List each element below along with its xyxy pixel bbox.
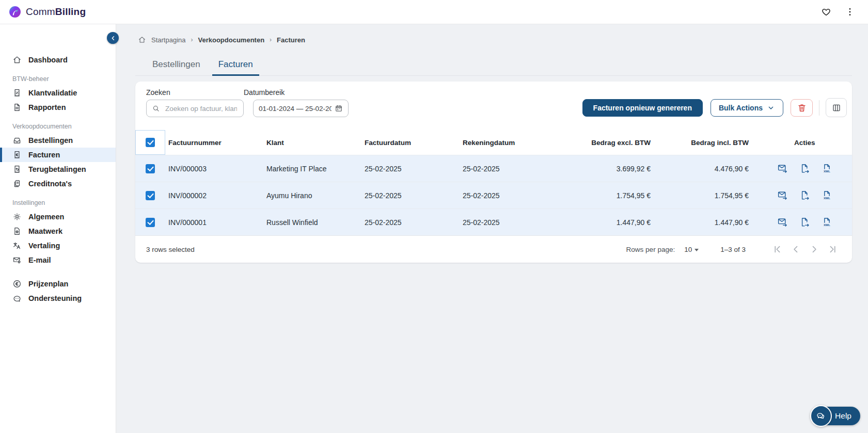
rows-per-page-select[interactable]: 10: [684, 246, 699, 253]
delete-button[interactable]: [791, 99, 813, 117]
help-button[interactable]: Help: [810, 405, 860, 427]
cell-amount-excl-btw: 1.754,95 €: [558, 191, 656, 200]
row-checkbox[interactable]: [146, 218, 155, 227]
breadcrumb-startpagina[interactable]: Startpagina: [151, 36, 186, 44]
sidebar-item-rapporten[interactable]: Rapporten: [0, 100, 116, 115]
search-input[interactable]: [164, 104, 238, 113]
xml-file-button[interactable]: XML: [822, 190, 832, 201]
send-mail-icon: [777, 190, 788, 201]
date-range-label: Datumbereik: [244, 88, 349, 97]
svg-text:XML: XML: [824, 169, 830, 173]
date-range-field[interactable]: 01-01-2024 — 25-02-202: [253, 100, 349, 117]
help-label: Help: [835, 411, 851, 421]
sidebar-item-bestellingen[interactable]: Bestellingen: [0, 133, 116, 148]
sidebar-item-label: Bestellingen: [28, 136, 73, 145]
tab-facturen[interactable]: Facturen: [212, 54, 259, 76]
sidebar-item-klantvalidatie[interactable]: Klantvalidatie: [0, 86, 116, 100]
tab-bestellingen[interactable]: Bestellingen: [146, 54, 207, 76]
xml-file-button[interactable]: XML: [822, 163, 832, 174]
first-page-button[interactable]: [771, 244, 783, 255]
refund-icon: [12, 165, 22, 174]
xml-file-button[interactable]: XML: [822, 217, 832, 228]
cell-billing-date: 25-02-2025: [460, 165, 558, 173]
help-chat-icon: [810, 405, 832, 427]
brand[interactable]: CommBilling: [9, 6, 86, 18]
breadcrumb-separator: ›: [270, 36, 272, 43]
invoices-card: Zoeken Datumbereik 01-01-2024 — 25-02-20…: [135, 82, 852, 263]
sidebar-item-label: Ondersteuning: [28, 294, 82, 302]
page-last-icon: [828, 244, 838, 254]
next-page-button[interactable]: [809, 244, 820, 255]
cell-billing-date: 25-02-2025: [460, 218, 558, 227]
cell-amount-incl-btw: 1.754,95 €: [656, 191, 754, 200]
overflow-menu-button[interactable]: [843, 5, 857, 19]
sidebar-collapse-button[interactable]: [107, 32, 119, 44]
column-header-factuurdatum[interactable]: Factuurdatum: [361, 139, 460, 147]
app-root: CommBilling DashboardBTW-beheerKlantvali…: [0, 0, 868, 433]
toolbar-divider: [819, 100, 819, 116]
columns-button[interactable]: [826, 98, 847, 117]
credit-note-icon: [12, 179, 22, 188]
mail-gear-icon: [12, 255, 22, 265]
sidebar-section-btw-beheer: BTW-beheer: [0, 75, 116, 83]
search-label: Zoeken: [146, 88, 244, 97]
sidebar-item-prijzenplan[interactable]: Prijzenplan: [0, 277, 116, 291]
sidebar-item-facturen[interactable]: Facturen: [0, 148, 116, 162]
bulk-actions-label: Bulk Actions: [719, 104, 763, 112]
select-all-checkbox-cell: [135, 130, 165, 155]
page-first-icon: [772, 244, 782, 254]
send-mail-button[interactable]: [777, 217, 788, 228]
xml-file-icon: XML: [822, 217, 832, 228]
last-page-button[interactable]: [827, 244, 839, 255]
row-checkbox[interactable]: [146, 164, 155, 173]
kebab-menu-icon: [845, 7, 855, 17]
sidebar-item-ondersteuning[interactable]: Ondersteuning: [0, 291, 116, 306]
sidebar-item-creditnota-s[interactable]: Creditnota's: [0, 177, 116, 191]
column-header-klant[interactable]: Klant: [263, 139, 361, 147]
row-checkbox-cell: [135, 155, 165, 182]
page-range-text: 1–3 of 3: [720, 246, 746, 253]
select-all-checkbox[interactable]: [146, 138, 155, 147]
sidebar-item-label: Rapporten: [28, 103, 66, 111]
breadcrumb-verkoopdocumenten[interactable]: Verkoopdocumenten: [198, 36, 265, 44]
table-row: INV/000002Ayumu Hirano25-02-202525-02-20…: [135, 182, 852, 209]
sidebar-section-verkoopdocumenten: Verkoopdocumenten: [0, 123, 116, 130]
svg-text:XML: XML: [824, 196, 830, 200]
cell-invoice-number: INV/000003: [165, 165, 263, 173]
gear-icon: [12, 212, 22, 221]
columns-icon: [831, 103, 842, 113]
sidebar-item-label: Maatwerk: [28, 227, 62, 235]
xml-file-icon: XML: [822, 163, 832, 174]
column-header-bedrag-incl-btw[interactable]: Bedrag incl. BTW: [656, 139, 754, 147]
row-actions: XML: [754, 217, 852, 228]
export-file-button[interactable]: [799, 217, 810, 228]
sidebar-item-maatwerk[interactable]: Maatwerk: [0, 224, 116, 238]
send-mail-button[interactable]: [777, 163, 788, 174]
sidebar-item-dashboard[interactable]: Dashboard: [0, 53, 116, 67]
calendar-icon: [335, 104, 343, 113]
report-icon: [12, 103, 22, 112]
chevron-down-icon: [767, 104, 775, 112]
export-file-button[interactable]: [799, 163, 810, 174]
column-header-bedrag-excl-btw[interactable]: Bedrag excl. BTW: [558, 139, 656, 147]
column-header-factuurnummer[interactable]: Factuurnummer: [165, 139, 263, 147]
export-file-button[interactable]: [799, 190, 810, 201]
send-mail-button[interactable]: [777, 190, 788, 201]
breadcrumb-facturen[interactable]: Facturen: [277, 36, 305, 44]
bulk-actions-button[interactable]: Bulk Actions: [711, 99, 783, 117]
row-checkbox[interactable]: [146, 191, 155, 200]
table-body: INV/000003Marketing IT Place25-02-202525…: [135, 155, 852, 235]
cell-amount-excl-btw: 3.699,92 €: [558, 165, 656, 173]
sidebar-item-e-mail[interactable]: E-mail: [0, 253, 116, 267]
column-header-rekeningdatum[interactable]: Rekeningdatum: [460, 139, 558, 147]
cell-amount-incl-btw: 4.476,90 €: [656, 165, 754, 173]
sidebar-item-algemeen[interactable]: Algemeen: [0, 210, 116, 224]
chevron-down-icon: [695, 249, 699, 251]
favorites-button[interactable]: [819, 5, 833, 19]
sidebar-item-vertaling[interactable]: Vertaling: [0, 238, 116, 253]
search-icon: [152, 104, 160, 113]
receipt-euro-icon: [12, 150, 22, 159]
regenerate-invoices-button[interactable]: Facturen opnieuw genereren: [582, 99, 703, 117]
sidebar-item-terugbetalingen[interactable]: Terugbetalingen: [0, 162, 116, 177]
previous-page-button[interactable]: [790, 244, 801, 255]
